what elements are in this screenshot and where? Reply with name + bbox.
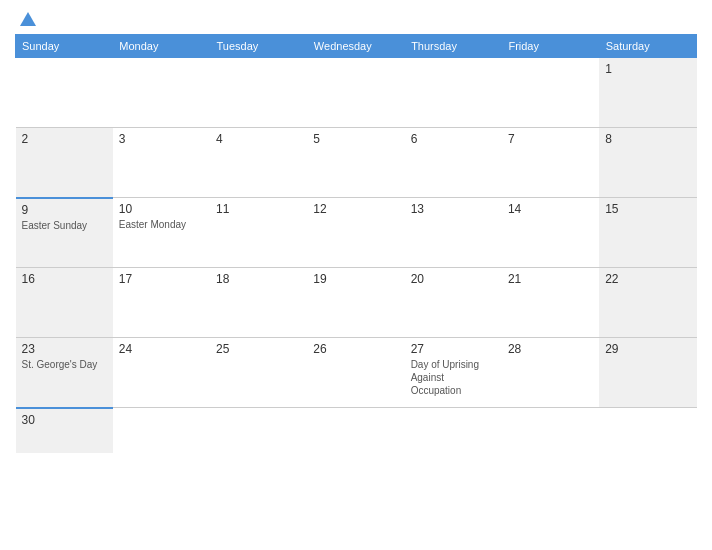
calendar-day-cell: 7: [502, 128, 599, 198]
day-number: 11: [216, 202, 301, 216]
day-number: 19: [313, 272, 398, 286]
holiday-name: Easter Sunday: [22, 220, 88, 231]
calendar-day-cell: [405, 408, 502, 453]
day-number: 24: [119, 342, 204, 356]
weekday-header: Thursday: [405, 35, 502, 58]
day-number: 4: [216, 132, 301, 146]
weekday-header: Saturday: [599, 35, 696, 58]
day-number: 7: [508, 132, 593, 146]
day-number: 16: [22, 272, 107, 286]
logo: [15, 10, 36, 26]
weekday-header: Sunday: [16, 35, 113, 58]
calendar-day-cell: 20: [405, 268, 502, 338]
day-number: 12: [313, 202, 398, 216]
calendar-day-cell: 30: [16, 408, 113, 453]
calendar-day-cell: 22: [599, 268, 696, 338]
day-number: 18: [216, 272, 301, 286]
weekday-header: Tuesday: [210, 35, 307, 58]
calendar-day-cell: 24: [113, 338, 210, 408]
weekday-header: Friday: [502, 35, 599, 58]
calendar-day-cell: 16: [16, 268, 113, 338]
calendar-day-cell: [502, 58, 599, 128]
calendar-week-row: 16171819202122: [16, 268, 697, 338]
calendar-week-row: 1: [16, 58, 697, 128]
calendar-week-row: 23St. George's Day24252627Day of Uprisin…: [16, 338, 697, 408]
calendar-day-cell: 15: [599, 198, 696, 268]
day-number: 2: [22, 132, 107, 146]
calendar-day-cell: [307, 408, 404, 453]
calendar-table: SundayMondayTuesdayWednesdayThursdayFrid…: [15, 34, 697, 453]
logo-triangle-icon: [20, 12, 36, 26]
holiday-name: Day of Uprising Against Occupation: [411, 359, 479, 396]
day-number: 23: [22, 342, 107, 356]
day-number: 29: [605, 342, 690, 356]
calendar-day-cell: 12: [307, 198, 404, 268]
calendar-day-cell: [16, 58, 113, 128]
day-number: 27: [411, 342, 496, 356]
calendar-day-cell: [502, 408, 599, 453]
calendar-day-cell: 27Day of Uprising Against Occupation: [405, 338, 502, 408]
day-number: 6: [411, 132, 496, 146]
calendar-day-cell: 21: [502, 268, 599, 338]
day-number: 22: [605, 272, 690, 286]
calendar-day-cell: 18: [210, 268, 307, 338]
calendar-day-cell: [210, 58, 307, 128]
weekday-header: Wednesday: [307, 35, 404, 58]
day-number: 3: [119, 132, 204, 146]
calendar-day-cell: 26: [307, 338, 404, 408]
day-number: 1: [605, 62, 690, 76]
day-number: 10: [119, 202, 204, 216]
calendar-day-cell: 1: [599, 58, 696, 128]
calendar-header: [15, 10, 697, 26]
day-number: 8: [605, 132, 690, 146]
calendar-day-cell: 14: [502, 198, 599, 268]
holiday-name: St. George's Day: [22, 359, 98, 370]
calendar-day-cell: [113, 58, 210, 128]
day-number: 14: [508, 202, 593, 216]
calendar-day-cell: 8: [599, 128, 696, 198]
calendar-day-cell: 2: [16, 128, 113, 198]
calendar-day-cell: 6: [405, 128, 502, 198]
day-number: 25: [216, 342, 301, 356]
day-number: 28: [508, 342, 593, 356]
day-number: 30: [22, 413, 107, 427]
calendar-day-cell: 25: [210, 338, 307, 408]
calendar-day-cell: [405, 58, 502, 128]
day-number: 26: [313, 342, 398, 356]
calendar-week-row: 2345678: [16, 128, 697, 198]
day-number: 13: [411, 202, 496, 216]
day-number: 15: [605, 202, 690, 216]
calendar-day-cell: 19: [307, 268, 404, 338]
calendar-week-row: 30: [16, 408, 697, 453]
weekday-header-row: SundayMondayTuesdayWednesdayThursdayFrid…: [16, 35, 697, 58]
calendar-week-row: 9Easter Sunday10Easter Monday1112131415: [16, 198, 697, 268]
day-number: 17: [119, 272, 204, 286]
calendar-day-cell: 29: [599, 338, 696, 408]
day-number: 9: [22, 203, 107, 217]
day-number: 5: [313, 132, 398, 146]
calendar-page: SundayMondayTuesdayWednesdayThursdayFrid…: [0, 0, 712, 550]
weekday-header: Monday: [113, 35, 210, 58]
calendar-day-cell: [599, 408, 696, 453]
day-number: 20: [411, 272, 496, 286]
calendar-day-cell: [210, 408, 307, 453]
calendar-day-cell: 28: [502, 338, 599, 408]
calendar-day-cell: 23St. George's Day: [16, 338, 113, 408]
calendar-day-cell: 10Easter Monday: [113, 198, 210, 268]
calendar-day-cell: [307, 58, 404, 128]
calendar-day-cell: 4: [210, 128, 307, 198]
holiday-name: Easter Monday: [119, 219, 186, 230]
calendar-day-cell: [113, 408, 210, 453]
calendar-day-cell: 5: [307, 128, 404, 198]
calendar-day-cell: 13: [405, 198, 502, 268]
calendar-day-cell: 11: [210, 198, 307, 268]
calendar-day-cell: 9Easter Sunday: [16, 198, 113, 268]
day-number: 21: [508, 272, 593, 286]
calendar-day-cell: 17: [113, 268, 210, 338]
calendar-day-cell: 3: [113, 128, 210, 198]
